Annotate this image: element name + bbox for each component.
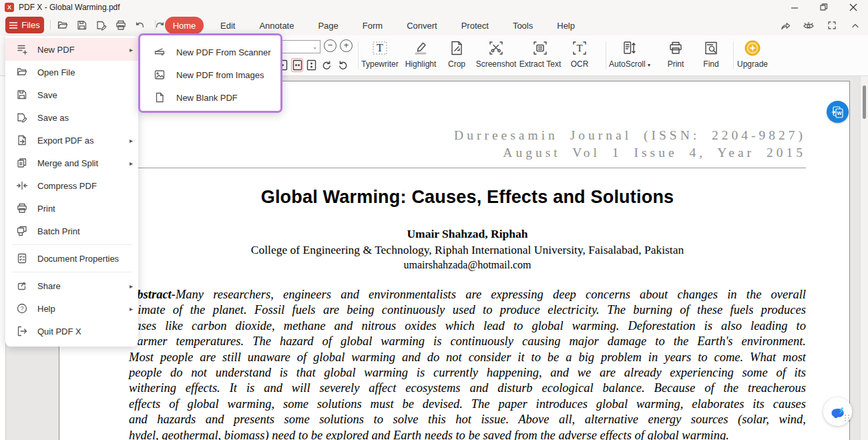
tab-help[interactable]: Help [545, 21, 587, 31]
read-mode-eye-icon[interactable] [801, 19, 816, 32]
menu-item-export-pdf-as[interactable]: Export PDF as ▸ [5, 129, 138, 152]
screenshot-icon [488, 39, 504, 57]
print-icon [16, 202, 28, 214]
chevron-down-icon: ⌄ [312, 44, 317, 50]
submenu-arrow-icon: ▸ [130, 282, 133, 290]
highlight-tool[interactable]: Highlight [400, 39, 441, 69]
menu-item-document-properties[interactable]: Document Properties [5, 247, 138, 270]
tab-home[interactable]: Home [165, 17, 204, 34]
menu-item-print[interactable]: Print [5, 197, 138, 220]
zoom-level-select[interactable]: ⌄ [281, 40, 320, 53]
upgrade-button[interactable]: Upgrade [733, 39, 772, 69]
header-rule [129, 168, 806, 168]
screenshot-tool[interactable]: Screenshot [472, 39, 520, 69]
quit-icon [16, 325, 28, 337]
submenu-item-new-pdf-from-images[interactable]: New PDF from Images [140, 63, 280, 86]
find-icon [703, 39, 719, 57]
export-pdf-icon [16, 134, 28, 146]
ocr-tool[interactable]: T OCR [566, 39, 593, 69]
share-icon[interactable] [778, 19, 793, 32]
drag-handle-icon[interactable] [845, 415, 850, 421]
menu-item-compress-pdf[interactable]: Compress PDF [5, 174, 138, 197]
continuous-view-icon[interactable] [305, 58, 317, 72]
tool-label: Crop [448, 59, 465, 69]
tool-label: OCR [571, 59, 589, 69]
minimize-button[interactable] [780, 0, 809, 15]
tab-page[interactable]: Page [306, 21, 350, 31]
typewriter-tool[interactable]: T Typewriter [357, 39, 403, 69]
tool-label: AutoScroll ▾ [609, 59, 650, 69]
tab-protect[interactable]: Protect [449, 21, 501, 31]
tool-label: Upgrade [737, 59, 768, 69]
journal-header-line1: Durreesamin Journal (ISSN: 2204-9827) [129, 127, 806, 144]
vertical-scrollbar[interactable] [860, 76, 868, 440]
tab-convert[interactable]: Convert [395, 21, 449, 31]
image-icon [154, 69, 166, 81]
help-icon: ? [16, 302, 28, 314]
restore-button[interactable] [809, 0, 839, 15]
paper-author: Umair Shahzad, Riphah [129, 227, 806, 241]
files-menu: New PDF ▸ Open File Save Save as Export … [5, 36, 138, 347]
scanner-icon [154, 46, 166, 58]
print-icon [668, 39, 684, 57]
print-icon[interactable] [114, 19, 128, 32]
divider [12, 272, 132, 272]
journal-header-line2: August Vol 1 Issue 4, Year 2015 [129, 144, 806, 162]
compress-icon [16, 180, 28, 192]
fullscreen-icon[interactable] [825, 19, 839, 32]
submenu-item-new-blank-pdf[interactable]: New Blank PDF [140, 86, 280, 109]
merge-split-icon [16, 157, 28, 169]
scrollbar-thumb[interactable] [863, 85, 866, 119]
extract-text-tool[interactable]: Extract Text [515, 39, 565, 69]
tab-tools[interactable]: Tools [501, 21, 545, 31]
zoom-in-button[interactable]: + [340, 39, 353, 52]
files-menu-button[interactable]: Files [5, 17, 44, 33]
tab-edit[interactable]: Edit [208, 21, 247, 31]
paper-title: Global Warming: Causes, Effects and Solu… [129, 187, 806, 208]
autoscroll-tool[interactable]: AutoScroll ▾ [604, 39, 655, 69]
submenu-arrow-icon: ▸ [130, 46, 133, 53]
close-button[interactable] [839, 0, 868, 15]
rotate-right-icon[interactable] [320, 58, 333, 72]
submenu-arrow-icon: ▸ [130, 160, 133, 167]
ai-assistant-button[interactable] [823, 397, 852, 426]
menu-item-save-as[interactable]: Save as [5, 106, 138, 129]
menu-item-new-pdf[interactable]: New PDF ▸ [5, 38, 138, 61]
files-button-label: Files [21, 20, 39, 30]
submenu-item-new-pdf-from-scanner[interactable]: New PDF From Scanner [140, 41, 280, 63]
svg-text:T: T [576, 43, 582, 53]
abstract-paragraph: Abstract-Many researchers, engineers and… [129, 287, 806, 440]
rotate-left-icon[interactable] [337, 58, 349, 72]
find-tool[interactable]: Find [697, 39, 725, 69]
menu-item-quit[interactable]: Quit PDF X [5, 320, 138, 343]
undo-icon[interactable] [134, 19, 147, 32]
convert-to-word-button[interactable]: W [827, 101, 849, 123]
new-pdf-submenu: New PDF From Scanner New PDF from Images… [138, 33, 282, 113]
menu-item-batch-print[interactable]: Batch Print [5, 220, 138, 242]
submenu-arrow-icon: ▸ [130, 137, 133, 144]
pdf-page[interactable]: Durreesamin Journal (ISSN: 2204-9827) Au… [59, 81, 850, 440]
menu-item-open-file[interactable]: Open File [5, 61, 138, 83]
collapse-toolbar-icon[interactable] [848, 19, 863, 32]
menu-item-merge-and-split[interactable]: Merge and Split ▸ [5, 152, 138, 174]
tool-label: Highlight [405, 59, 437, 69]
zoom-out-button[interactable]: − [324, 39, 337, 52]
menu-item-save[interactable]: Save [5, 83, 138, 106]
hamburger-icon [9, 22, 17, 29]
two-page-view-icon[interactable] [291, 58, 303, 72]
tab-form[interactable]: Form [351, 21, 395, 31]
open-file-icon[interactable] [56, 19, 69, 32]
menu-item-help[interactable]: ? Help ▸ [5, 297, 138, 320]
paper-affiliation: College of Engineering & Technology, Rip… [129, 243, 806, 257]
menu-item-share[interactable]: Share ▸ [5, 274, 138, 297]
highlight-icon [413, 39, 429, 57]
crop-tool[interactable]: Crop [443, 39, 471, 69]
print-tool[interactable]: Print [662, 39, 690, 69]
svg-text:T: T [377, 42, 383, 53]
tool-label: Extract Text [519, 59, 561, 69]
save-icon[interactable] [75, 19, 89, 32]
tab-annotate[interactable]: Annotate [247, 21, 306, 31]
chevron-down-icon: ▾ [648, 62, 650, 68]
tool-label: Print [668, 59, 684, 69]
save-as-icon[interactable] [95, 19, 108, 32]
